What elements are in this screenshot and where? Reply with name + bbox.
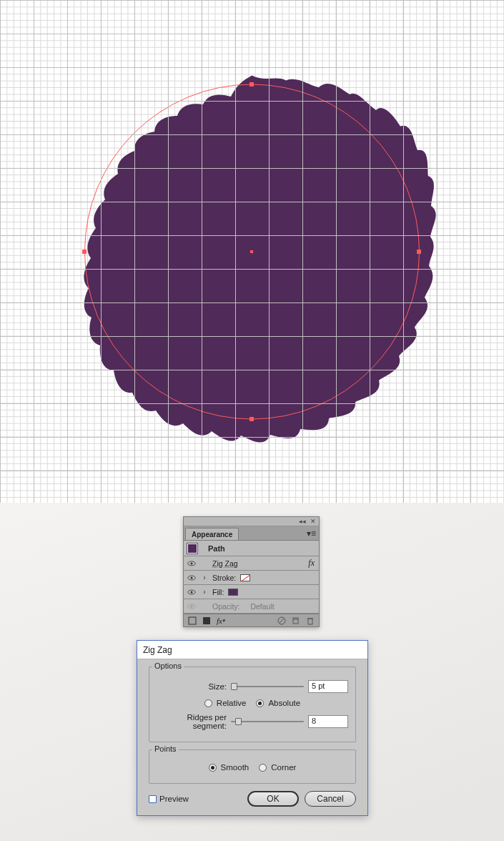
anchor-top[interactable]: [249, 82, 254, 87]
fill-swatch[interactable]: [228, 589, 238, 596]
anchor-bottom[interactable]: [249, 417, 254, 421]
radio-icon: [256, 699, 264, 707]
size-mode-row: Relative Absolute: [157, 699, 348, 707]
svg-point-1: [191, 562, 193, 564]
clear-appearance-icon[interactable]: [277, 616, 286, 625]
svg-rect-12: [293, 618, 298, 624]
radio-smooth[interactable]: Smooth: [209, 763, 249, 772]
collapse-icon[interactable]: ◂◂: [299, 518, 306, 525]
radio-icon: [259, 764, 267, 772]
svg-rect-9: [203, 617, 210, 624]
effect-label[interactable]: Zig Zag: [212, 559, 238, 568]
fill-icon[interactable]: [202, 616, 211, 625]
stroke-swatch-none[interactable]: [240, 574, 250, 581]
appearance-target-row[interactable]: Path: [184, 541, 319, 556]
size-slider-thumb[interactable]: [231, 683, 237, 690]
ridges-slider[interactable]: [231, 717, 304, 726]
dialog-footer: Preview OK Cancel: [149, 791, 356, 807]
expand-arrow-icon[interactable]: ›: [201, 588, 208, 596]
anchor-right[interactable]: [417, 250, 421, 254]
lower-area: ◂◂ ✕ Appearance ▾≡ Path Zig Zag fx › Str…: [0, 503, 504, 841]
radio-corner[interactable]: Corner: [259, 763, 296, 772]
radio-absolute-label: Absolute: [268, 699, 300, 707]
radio-icon: [209, 764, 217, 772]
appearance-footer: fx▾: [184, 614, 319, 626]
visibility-eye-icon[interactable]: [187, 587, 197, 597]
points-row: Smooth Corner: [157, 763, 348, 772]
radio-icon: [204, 699, 212, 707]
size-input[interactable]: 5 pt: [308, 680, 348, 693]
options-group: Options Size: 5 pt Relative: [149, 667, 356, 742]
panel-menu-icon[interactable]: ▾≡: [307, 528, 316, 540]
radio-relative[interactable]: Relative: [204, 699, 247, 707]
ridges-label: Ridges per segment:: [157, 713, 227, 730]
anchor-left[interactable]: [82, 250, 87, 254]
size-slider[interactable]: [231, 682, 304, 691]
trash-icon[interactable]: [306, 616, 315, 625]
appearance-row-stroke[interactable]: › Stroke:: [184, 571, 319, 585]
panel-tabs: Appearance ▾≡: [184, 526, 319, 541]
tab-appearance[interactable]: Appearance: [185, 528, 239, 540]
opacity-value-text[interactable]: Default: [250, 602, 274, 611]
appearance-row-opacity[interactable]: Opacity: Default: [184, 599, 319, 614]
visibility-eye-icon[interactable]: [187, 601, 197, 611]
close-icon[interactable]: ✕: [310, 518, 316, 525]
svg-rect-14: [308, 619, 312, 624]
ridges-input[interactable]: 8: [308, 715, 348, 728]
visibility-eye-icon[interactable]: [187, 559, 197, 569]
canvas-stage: [0, 0, 504, 503]
radio-corner-label: Corner: [271, 763, 296, 772]
opacity-label: Opacity:: [212, 602, 240, 611]
svg-rect-8: [189, 617, 196, 624]
ridges-slider-thumb[interactable]: [235, 718, 242, 725]
svg-point-3: [191, 576, 193, 579]
options-legend: Options: [152, 662, 184, 670]
target-label: Path: [204, 544, 225, 553]
points-group: Points Smooth Corner: [149, 749, 356, 784]
appearance-row-fill[interactable]: › Fill:: [184, 585, 319, 599]
expand-arrow-icon[interactable]: ›: [201, 574, 208, 581]
cancel-button[interactable]: Cancel: [305, 791, 356, 807]
radio-smooth-label: Smooth: [221, 763, 249, 772]
ok-button[interactable]: OK: [247, 791, 299, 807]
svg-point-7: [191, 605, 193, 607]
appearance-row-zigzag[interactable]: Zig Zag fx: [184, 556, 319, 571]
opacity-value[interactable]: [244, 602, 247, 611]
radio-relative-label: Relative: [217, 699, 247, 707]
zigzag-dialog[interactable]: Zig Zag Options Size: 5 pt Re: [137, 640, 368, 816]
preview-checkbox[interactable]: Preview: [149, 795, 189, 803]
fx-icon[interactable]: fx: [308, 558, 315, 569]
size-row: Size: 5 pt: [157, 680, 348, 693]
preview-label: Preview: [159, 795, 189, 803]
artboard-canvas[interactable]: [0, 0, 504, 503]
size-label: Size:: [157, 682, 227, 691]
fx-menu-icon[interactable]: fx▾: [217, 616, 225, 625]
svg-point-5: [191, 591, 193, 593]
ridges-row: Ridges per segment: 8: [157, 713, 348, 730]
panel-top-bar[interactable]: ◂◂ ✕: [184, 517, 319, 526]
radio-absolute[interactable]: Absolute: [256, 699, 300, 707]
center-point: [250, 250, 253, 253]
checkbox-icon: [149, 795, 157, 803]
points-legend: Points: [152, 744, 179, 753]
dialog-title: Zig Zag: [137, 641, 367, 659]
fill-label: Fill:: [212, 588, 224, 596]
target-thumbnail-swatch: [187, 543, 198, 554]
stroke-label: Stroke:: [212, 574, 236, 582]
no-fill-icon[interactable]: [188, 616, 197, 625]
visibility-eye-icon[interactable]: [187, 573, 197, 583]
duplicate-icon[interactable]: [292, 616, 300, 625]
svg-line-11: [280, 619, 284, 623]
appearance-panel[interactable]: ◂◂ ✕ Appearance ▾≡ Path Zig Zag fx › Str…: [183, 516, 320, 627]
